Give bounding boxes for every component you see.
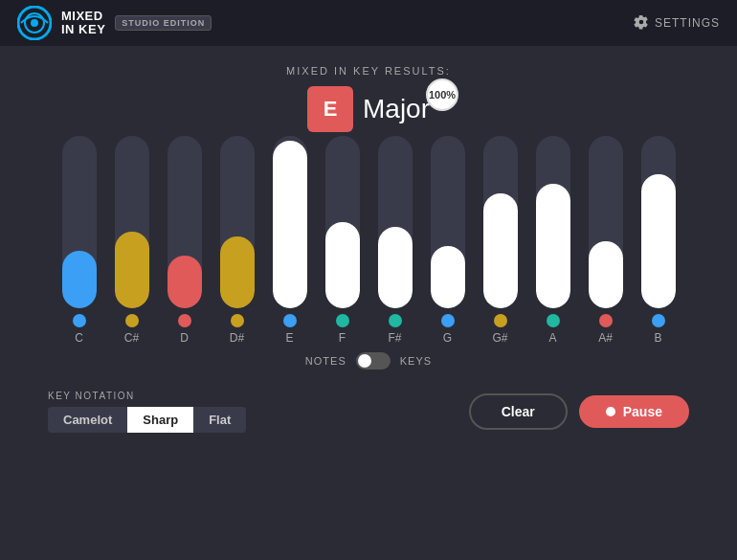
bar-fill — [325, 222, 360, 308]
bar-dot — [178, 314, 191, 327]
bar-fill — [589, 241, 623, 308]
clear-button[interactable]: Clear — [469, 393, 568, 430]
bar-note-label: D# — [230, 331, 244, 345]
bar-track — [62, 136, 97, 308]
bar-fill — [536, 184, 570, 308]
bar-col-a: A — [526, 136, 579, 345]
bar-col-dsharp: D# — [211, 136, 263, 345]
header: MIXED IN KEY STUDIO EDITION SETTINGS — [0, 0, 737, 46]
bar-note-label: D — [180, 331, 189, 345]
notation-buttons: CamelotSharpFlat — [48, 407, 246, 433]
bar-dot — [494, 314, 507, 327]
bar-dot — [547, 314, 560, 327]
bar-col-d: D — [158, 136, 211, 345]
key-notation: KEY NOTATION CamelotSharpFlat — [48, 391, 246, 433]
bar-track — [589, 136, 623, 308]
bar-track — [431, 136, 465, 308]
bar-fill — [483, 193, 518, 308]
bar-col-gsharp: G# — [474, 136, 526, 345]
notation-btn-sharp[interactable]: Sharp — [127, 407, 193, 433]
bar-track — [168, 136, 202, 308]
pause-label: Pause — [623, 404, 662, 419]
key-notation-label: KEY NOTATION — [48, 391, 246, 401]
action-buttons: Clear Pause — [469, 393, 689, 430]
bar-col-asharp: A# — [579, 136, 632, 345]
bar-track — [273, 136, 307, 308]
notation-btn-camelot[interactable]: Camelot — [48, 407, 127, 433]
bar-track — [325, 136, 360, 308]
settings-label: SETTINGS — [655, 16, 720, 30]
bar-col-b: B — [632, 136, 684, 345]
svg-point-2 — [31, 19, 38, 27]
bar-col-e: E — [263, 136, 316, 345]
brand-mixed: MIXED — [61, 10, 105, 23]
bar-track — [641, 136, 676, 308]
header-left: MIXED IN KEY STUDIO EDITION — [17, 6, 212, 40]
bar-fill — [273, 141, 307, 308]
bar-col-c: C — [53, 136, 105, 345]
bar-col-f: F — [316, 136, 368, 345]
studio-edition-badge: STUDIO EDITION — [115, 15, 212, 31]
bar-track — [220, 136, 255, 308]
key-result: E Major 100% — [307, 86, 430, 132]
bar-track — [378, 136, 413, 308]
toggle-row: NOTES KEYS — [305, 352, 432, 370]
bar-col-fsharp: F# — [368, 136, 421, 345]
bar-note-label: A# — [598, 331, 613, 345]
bar-note-label: F — [339, 331, 346, 345]
bar-track — [536, 136, 570, 308]
toggle-knob — [358, 354, 371, 368]
bar-dot — [336, 314, 349, 327]
settings-button[interactable]: SETTINGS — [634, 14, 720, 33]
bars-wrapper: CC#DD#EFF#GG#AA#B — [43, 153, 694, 345]
bar-col-csharp: C# — [105, 136, 158, 345]
notes-keys-toggle[interactable] — [356, 352, 391, 370]
gear-icon — [634, 14, 649, 33]
notation-btn-flat[interactable]: Flat — [193, 407, 246, 433]
bar-dot — [125, 314, 139, 327]
pause-dot-icon — [606, 407, 615, 416]
bottom-row: KEY NOTATION CamelotSharpFlat Clear Paus… — [29, 391, 708, 433]
logo-icon — [17, 6, 52, 40]
brand-text: MIXED IN KEY — [61, 10, 105, 37]
confidence-badge: 100% — [426, 78, 458, 111]
bar-note-label: B — [654, 331, 661, 345]
key-mode: Major — [363, 94, 430, 124]
bar-fill — [431, 246, 465, 308]
bar-dot — [599, 314, 613, 327]
bar-track — [483, 136, 518, 308]
main-content: MIXED IN KEY RESULTS: E Major 100% CC#DD… — [0, 46, 737, 560]
bar-fill — [115, 232, 149, 308]
bar-fill — [220, 236, 255, 308]
bar-fill — [62, 251, 97, 308]
keys-label: KEYS — [400, 355, 432, 367]
bar-dot — [652, 314, 665, 327]
bar-fill — [378, 227, 413, 308]
bar-note-label: E — [285, 331, 293, 345]
bar-dot — [283, 314, 297, 327]
bar-dot — [389, 314, 402, 327]
notes-label: NOTES — [305, 355, 346, 367]
bar-dot — [441, 314, 455, 327]
bar-col-g: G — [421, 136, 474, 345]
bar-note-label: C# — [124, 331, 139, 345]
bar-fill — [168, 256, 202, 308]
bar-track — [115, 136, 149, 308]
bars-container: CC#DD#EFF#GG#AA#B — [29, 153, 708, 345]
bar-dot — [73, 314, 86, 327]
bar-dot — [231, 314, 244, 327]
bar-note-label: G# — [492, 331, 507, 345]
bar-note-label: A — [548, 331, 556, 345]
bar-note-label: C — [75, 331, 83, 345]
bar-fill — [641, 174, 676, 308]
brand-inkey: IN KEY — [61, 23, 105, 36]
bar-note-label: G — [443, 331, 452, 345]
results-label: MIXED IN KEY RESULTS: — [286, 65, 451, 77]
pause-button[interactable]: Pause — [579, 395, 689, 428]
bar-note-label: F# — [388, 331, 401, 345]
key-letter-badge: E — [307, 86, 353, 132]
